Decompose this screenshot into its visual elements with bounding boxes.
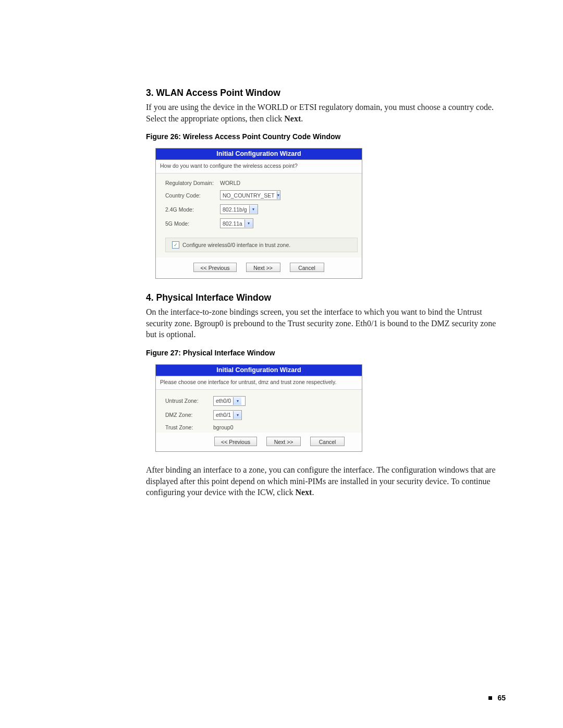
previous-button[interactable]: << Previous (214, 437, 257, 446)
chevron-down-icon: ▾ (249, 205, 258, 213)
select-value: 802.11b/g (223, 206, 247, 213)
untrust-zone-label: Untrust Zone: (165, 398, 213, 404)
figure-26-caption: Figure 26: Wireless Access Point Country… (146, 132, 506, 141)
figure-27-wizard: Initial Configuration Wizard Please choo… (155, 364, 362, 452)
text: . (301, 114, 303, 123)
text-bold: Next (295, 488, 312, 497)
section-4-heading: 4. Physical Interface Window (146, 292, 506, 303)
section-4-para: On the interface-to-zone bindings screen… (146, 306, 506, 340)
country-code-label: Country Code: (165, 192, 220, 199)
wizard-title: Initial Configuration Wizard (156, 365, 362, 376)
after-para: After binding an interface to a zone, yo… (146, 464, 506, 498)
figure-27-caption: Figure 27: Physical Interface Window (146, 349, 506, 357)
mode-5g-label: 5G Mode: (165, 220, 220, 227)
wizard-prompt: Please choose one interface for untrust,… (156, 376, 362, 390)
cancel-button[interactable]: Cancel (290, 263, 324, 272)
trust-zone-value: bgroup0 (213, 424, 234, 430)
mode-5g-select[interactable]: 802.11a ▾ (220, 218, 253, 228)
text: . (312, 488, 314, 497)
select-value: NO_COUNTRY_SET (223, 192, 275, 199)
section-3-para: If you are using the device in the WORLD… (146, 102, 506, 124)
text: After binding an interface to a zone, yo… (146, 465, 496, 497)
text-bold: Next (284, 114, 301, 123)
regulatory-domain-value: WORLD (220, 180, 240, 186)
page-footer: 65 (488, 694, 506, 702)
previous-button[interactable]: << Previous (193, 263, 236, 272)
cancel-button[interactable]: Cancel (310, 437, 345, 446)
wizard-title: Initial Configuration Wizard (156, 149, 362, 160)
wizard-prompt: How do you want to configure the wireles… (156, 160, 362, 174)
next-button[interactable]: Next >> (246, 263, 280, 272)
chevron-down-icon: ▾ (233, 397, 241, 405)
chevron-down-icon: ▾ (233, 411, 241, 419)
chevron-down-icon: ▾ (277, 191, 280, 199)
select-value: 802.11a (223, 220, 242, 227)
trust-zone-checkbox-label: Configure wireless0/0 interface in trust… (182, 242, 290, 248)
figure-26-wizard: Initial Configuration Wizard How do you … (155, 148, 362, 279)
trust-zone-checkbox[interactable]: ✓ (172, 241, 179, 249)
text: If you are using the device in the WORLD… (146, 103, 494, 123)
dmz-zone-select[interactable]: eth0/1 ▾ (213, 410, 242, 420)
country-code-select[interactable]: NO_COUNTRY_SET ▾ (220, 190, 280, 200)
dmz-zone-label: DMZ Zone: (165, 412, 213, 418)
mode-24g-select[interactable]: 802.11b/g ▾ (220, 204, 258, 214)
mode-24g-label: 2.4G Mode: (165, 206, 220, 213)
select-value: eth0/1 (216, 412, 231, 418)
page-number: 65 (497, 694, 506, 702)
square-bullet-icon (488, 696, 492, 700)
trust-zone-label: Trust Zone: (165, 424, 213, 430)
next-button[interactable]: Next >> (266, 437, 301, 446)
regulatory-domain-label: Regulatory Domain: (165, 180, 220, 186)
trust-zone-checkbox-row: ✓ Configure wireless0/0 interface in tru… (165, 238, 358, 252)
section-3-heading: 3. WLAN Access Point Window (146, 88, 506, 98)
chevron-down-icon: ▾ (244, 219, 253, 227)
select-value: eth0/0 (216, 398, 231, 404)
untrust-zone-select[interactable]: eth0/0 ▾ (213, 396, 246, 406)
